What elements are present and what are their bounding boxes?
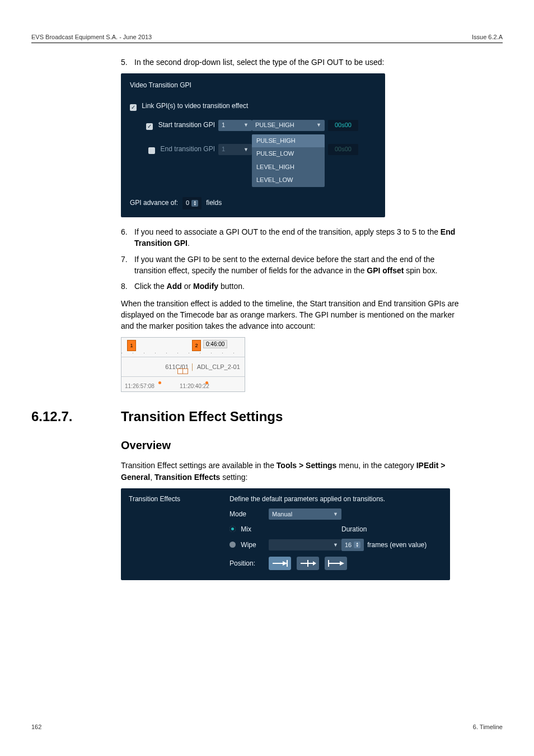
gpi-link-label: Link GPI(s) to video transition effect — [142, 102, 248, 110]
section-heading: 6.12.7. Transition Effect Settings — [31, 409, 503, 424]
mix-radio-row[interactable]: Mix — [229, 525, 269, 533]
frames-unit-label: frames (even value) — [367, 541, 427, 549]
start-gpi-label: Start transition GPI — [158, 121, 215, 129]
mode-label: Mode — [229, 510, 269, 518]
svg-marker-5 — [313, 561, 316, 566]
gpi-advance-unit: fields — [206, 198, 222, 208]
dropdown-value: Manual — [272, 511, 292, 517]
spinner-arrows-icon: ▲▼ — [191, 200, 198, 207]
chevron-down-icon: ▼ — [333, 542, 338, 548]
spin-value: 0 — [186, 198, 189, 208]
checkbox-unchecked-icon: ✓ — [148, 147, 155, 154]
position-end-button[interactable] — [269, 557, 291, 570]
gpi-panel-screenshot: Video Transition GPI ✓ Link GPI(s) to vi… — [121, 73, 385, 217]
position-start-button[interactable] — [325, 557, 347, 570]
clip-row: 611C/01 │ ADL_CLP_2-01 — [121, 357, 245, 377]
dropdown-item[interactable]: PULSE_LOW — [252, 147, 325, 161]
mode-dropdown[interactable]: Manual ▼ — [269, 508, 341, 520]
gpi-marker-2: 2 — [192, 340, 201, 351]
duration-spinbox[interactable]: 16 ▲▼ — [341, 539, 364, 551]
position-label: Position: — [229, 559, 269, 567]
dropdown-value: 1 — [222, 144, 225, 155]
transition-boxes-icon — [177, 368, 188, 374]
transition-start-icon — [327, 560, 344, 567]
dropdown-item[interactable]: LEVEL_HIGH — [252, 161, 325, 174]
dropdown-item[interactable]: LEVEL_LOW — [252, 174, 325, 187]
gpi-advance-label: GPI advance of: — [130, 198, 178, 208]
subsection-title: Overview — [121, 439, 468, 452]
start-gpi-type-dropdown[interactable]: PULSE_HIGH ▼ — [252, 120, 325, 131]
checkbox-checked-icon: ✓ — [130, 104, 137, 111]
step-num: 7. — [121, 254, 134, 277]
clip-divider: │ — [191, 363, 195, 370]
section-title: Transition Effect Settings — [121, 409, 283, 424]
transition-effects-panel-screenshot: Transition Effects Define the default pa… — [121, 488, 450, 580]
step-text: In the second drop-down list, select the… — [134, 57, 468, 68]
overview-paragraph: Transition Effect settings are available… — [121, 460, 468, 483]
dropdown-item[interactable]: PULSE_HIGH — [252, 134, 325, 148]
gpi-type-dropdown-open[interactable]: PULSE_HIGH PULSE_LOW LEVEL_HIGH LEVEL_LO… — [252, 134, 325, 187]
clip-label-right: ADL_CLP_2-01 — [197, 363, 240, 370]
start-gpi-number-dropdown[interactable]: 1 ▼ — [218, 120, 252, 131]
gpi-marker-1: 1 — [127, 340, 136, 351]
step-text: Click the Add or Modify button. — [134, 281, 468, 292]
transition-center-icon — [299, 560, 316, 567]
chevron-down-icon: ▼ — [333, 511, 338, 517]
mix-label: Mix — [241, 525, 251, 533]
wipe-label: Wipe — [241, 541, 256, 549]
wipe-radio-row[interactable]: Wipe — [229, 541, 269, 549]
start-gpi-row: ✓ Start transition GPI — [130, 120, 218, 130]
step-num: 8. — [121, 281, 134, 292]
spinner-arrows-icon: ▲▼ — [354, 542, 360, 548]
svg-marker-1 — [283, 561, 287, 566]
gpi-advance-row: GPI advance of: 0 ▲▼ fields — [130, 197, 376, 209]
end-gpi-label: End transition GPI — [161, 145, 215, 153]
header-left: EVS Broadcast Equipment S.A. - June 2013 — [31, 34, 152, 40]
section-number: 6.12.7. — [31, 409, 121, 424]
step-text: If you want the GPI to be sent to the ex… — [134, 254, 468, 277]
step-num: 6. — [121, 226, 134, 249]
step-5: 5. In the second drop-down list, select … — [121, 57, 468, 68]
timecode-label: 0:46:00 — [203, 340, 227, 348]
timecode-left: 11:26:57:08 — [125, 383, 154, 389]
page-header: EVS Broadcast Equipment S.A. - June 2013… — [31, 34, 503, 43]
checkbox-checked-icon: ✓ — [146, 123, 153, 130]
position-center-button[interactable] — [297, 557, 319, 570]
end-gpi-number-dropdown: 1 ▼ — [218, 144, 252, 155]
wipe-type-dropdown: ▼ — [269, 539, 341, 550]
radio-unselected-icon — [229, 542, 236, 548]
start-gpi-time: 00s00 — [328, 120, 358, 131]
ruler-ticks — [121, 353, 245, 353]
chevron-down-icon: ▼ — [243, 146, 249, 153]
gpi-advance-spinbox[interactable]: 0 ▲▼ — [182, 197, 202, 209]
te-description: Define the default parameters applied on… — [229, 495, 442, 503]
page-number: 162 — [31, 724, 41, 730]
te-category-label: Transition Effects — [129, 495, 190, 570]
timecode-row: 11:26:57:08 11:20:40:22 — [121, 377, 245, 391]
duration-label: Duration — [341, 525, 431, 533]
duration-control: 16 ▲▼ frames (even value) — [341, 539, 431, 551]
chevron-down-icon: ▼ — [243, 121, 249, 129]
step-7: 7. If you want the GPI to be sent to the… — [121, 254, 468, 277]
dropdown-value: 1 — [222, 120, 225, 130]
dropdown-value: PULSE_HIGH — [255, 120, 294, 130]
end-gpi-row: ✓ End transition GPI — [130, 144, 218, 155]
step-num: 5. — [121, 57, 134, 68]
transition-end-icon — [271, 560, 288, 567]
marker-dot-icon — [158, 381, 161, 384]
header-right: Issue 6.2.A — [472, 34, 503, 40]
page-footer: 162 6. Timeline — [31, 724, 503, 730]
svg-marker-8 — [340, 561, 344, 566]
timecode-right: 11:20:40:22 — [180, 383, 209, 389]
timeline-screenshot: 1 2 0:46:00 611C/01 │ ADL_CLP_2-01 11:26… — [121, 337, 245, 392]
step-text: If you need to associate a GPI OUT to th… — [134, 226, 468, 249]
gpi-link-row: ✓ Link GPI(s) to video transition effect — [130, 101, 376, 111]
chevron-down-icon: ▼ — [316, 121, 321, 129]
timecode-bar: 1 2 0:46:00 — [121, 338, 245, 357]
paragraph-after-steps: When the transition effect is added to t… — [121, 298, 468, 332]
end-gpi-time: 00s00 — [328, 144, 358, 155]
gpi-title: Video Transition GPI — [130, 80, 376, 91]
step-6: 6. If you need to associate a GPI OUT to… — [121, 226, 468, 249]
spin-value: 16 — [345, 542, 352, 548]
radio-selected-icon — [229, 526, 236, 532]
